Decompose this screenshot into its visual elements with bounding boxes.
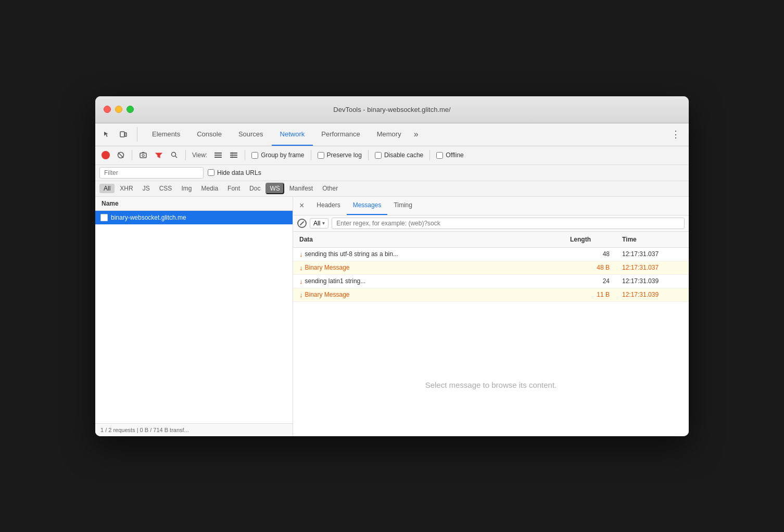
table-row[interactable]: ↓ sending latin1 string... 24 12:17:31.0… <box>293 275 689 288</box>
message-length-cell: 48 B <box>564 261 616 274</box>
filter-js[interactable]: JS <box>138 184 154 193</box>
svg-rect-0 <box>120 132 124 137</box>
offline-label[interactable]: Offline <box>436 151 463 159</box>
filter-css[interactable]: CSS <box>155 184 176 193</box>
svg-rect-9 <box>214 155 222 156</box>
separator-4 <box>311 150 311 160</box>
separator-1 <box>132 150 132 160</box>
disable-cache-label[interactable]: Disable cache <box>375 151 423 159</box>
tabs-more-button[interactable]: » <box>410 130 423 139</box>
message-length-cell: 48 <box>564 248 616 261</box>
group-by-frame-checkbox[interactable] <box>251 152 258 159</box>
disable-cache-checkbox[interactable] <box>375 152 382 159</box>
message-data-text: sending this utf-8 string as a bin... <box>305 250 398 258</box>
table-header: Data Length Time <box>293 232 689 248</box>
minimize-button[interactable] <box>115 106 122 113</box>
filter-all[interactable]: All <box>99 184 115 193</box>
preserve-log-label[interactable]: Preserve log <box>318 151 362 159</box>
filter-bar: Hide data URLs <box>95 165 689 181</box>
cursor-icon[interactable] <box>99 127 114 142</box>
tab-memory[interactable]: Memory <box>369 123 410 146</box>
messages-table: Data Length Time ↓ sending this utf-8 st… <box>293 232 689 334</box>
tab-elements[interactable]: Elements <box>144 123 188 146</box>
filter-doc[interactable]: Doc <box>245 184 264 193</box>
devtools-menu-button[interactable]: ⋮ <box>667 126 685 142</box>
message-data-text: Binary Message <box>305 264 350 271</box>
filter-media[interactable]: Media <box>197 184 222 193</box>
tab-sources[interactable]: Sources <box>230 123 272 146</box>
message-data-cell: ↓ Binary Message <box>293 261 564 274</box>
svg-line-7 <box>175 156 178 158</box>
separator-5 <box>368 150 369 160</box>
svg-point-5 <box>142 155 144 157</box>
no-entry-icon[interactable] <box>297 219 307 228</box>
filter-img[interactable]: Img <box>177 184 196 193</box>
messages-toolbar: All ▾ <box>293 216 689 232</box>
separator-2 <box>185 150 186 160</box>
offline-checkbox[interactable] <box>436 152 443 159</box>
devtools-tabbar: Elements Console Sources Network Perform… <box>95 123 689 146</box>
hide-urls-text: Hide data URLs <box>217 169 261 176</box>
filter-button[interactable] <box>152 148 166 162</box>
preserve-log-checkbox[interactable] <box>318 152 324 159</box>
requests-header: Name <box>95 197 293 211</box>
traffic-lights <box>104 106 134 113</box>
arrow-down-icon: ↓ <box>299 291 303 299</box>
filter-font[interactable]: Font <box>223 184 244 193</box>
hide-urls-label[interactable]: Hide data URLs <box>208 169 261 176</box>
view-label: View: <box>192 151 207 159</box>
message-length-cell: 11 B <box>564 288 616 301</box>
device-icon[interactable] <box>116 127 131 142</box>
dropdown-arrow-icon: ▾ <box>322 220 325 226</box>
requests-panel: Name binary-websocket.glitch.me 1 / 2 re… <box>95 197 293 436</box>
svg-rect-8 <box>214 153 222 154</box>
table-row[interactable]: ↓ Binary Message 11 B 12:17:31.039 <box>293 288 689 302</box>
clear-button[interactable] <box>114 148 128 162</box>
svg-point-6 <box>172 153 176 157</box>
detail-tabs: × Headers Messages Timing <box>293 197 689 216</box>
header-time: Time <box>616 234 689 245</box>
filter-ws[interactable]: WS <box>265 183 284 194</box>
svg-rect-4 <box>140 153 146 158</box>
filter-input[interactable] <box>99 167 204 179</box>
header-data: Data <box>293 234 564 245</box>
message-data-cell: ↓ sending this utf-8 string as a bin... <box>293 248 564 261</box>
tab-icons-group <box>99 127 137 142</box>
filter-dropdown[interactable]: All ▾ <box>310 218 328 229</box>
tab-console[interactable]: Console <box>188 123 230 146</box>
detail-tab-headers[interactable]: Headers <box>310 197 346 215</box>
maximize-button[interactable] <box>127 106 134 113</box>
detail-tab-timing[interactable]: Timing <box>387 197 419 215</box>
detail-panel: × Headers Messages Timing All ▾ Data Len… <box>293 197 689 436</box>
svg-rect-12 <box>230 155 237 156</box>
close-button[interactable] <box>104 106 111 113</box>
filter-other[interactable]: Other <box>318 184 342 193</box>
table-row[interactable]: ↓ sending this utf-8 string as a bin... … <box>293 248 689 261</box>
svg-rect-13 <box>230 157 237 158</box>
hide-urls-checkbox[interactable] <box>208 169 214 176</box>
message-time-cell: 12:17:31.037 <box>616 248 689 261</box>
request-file-icon <box>100 214 108 221</box>
main-tabs: Elements Console Sources Network Perform… <box>144 123 667 146</box>
disable-cache-text: Disable cache <box>384 151 423 159</box>
table-row[interactable]: ↓ Binary Message 48 B 12:17:31.037 <box>293 261 689 275</box>
header-length: Length <box>564 234 616 245</box>
message-length-cell: 24 <box>564 275 616 288</box>
message-data-text: sending latin1 string... <box>305 277 366 285</box>
list-view-button[interactable] <box>211 148 225 162</box>
record-button[interactable] <box>102 151 110 159</box>
search-button[interactable] <box>168 148 181 162</box>
filter-manifest[interactable]: Manifest <box>285 184 317 193</box>
tab-network[interactable]: Network <box>272 123 313 146</box>
camera-button[interactable] <box>136 148 150 162</box>
detail-close-button[interactable]: × <box>297 201 306 210</box>
filter-xhr[interactable]: XHR <box>116 184 137 193</box>
messages-filter-input[interactable] <box>332 218 685 229</box>
tab-performance[interactable]: Performance <box>313 123 368 146</box>
detail-tab-messages[interactable]: Messages <box>347 197 388 215</box>
messages-empty-state: Select message to browse its content. <box>293 334 689 436</box>
request-item[interactable]: binary-websocket.glitch.me <box>95 211 293 224</box>
message-time-cell: 12:17:31.039 <box>616 275 689 288</box>
group-by-frame-label[interactable]: Group by frame <box>251 151 304 159</box>
waterfall-view-button[interactable] <box>227 148 241 162</box>
